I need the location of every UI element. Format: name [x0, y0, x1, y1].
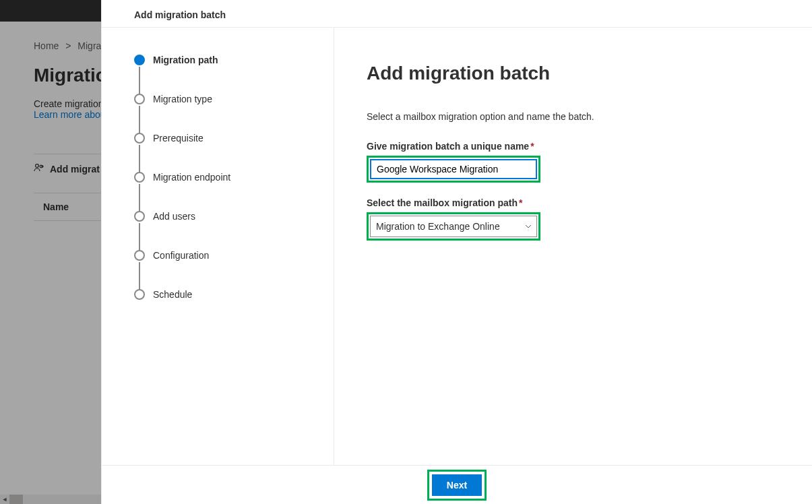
batch-name-label: Give migration batch a unique name*: [367, 141, 752, 152]
panel-subtitle: Select a mailbox migration option and na…: [367, 111, 752, 122]
batch-name-highlight: [367, 156, 540, 183]
next-button-highlight: Next: [427, 470, 487, 501]
migration-path-select[interactable]: Migration to Exchange Online: [370, 216, 537, 237]
step-schedule[interactable]: Schedule: [134, 289, 334, 300]
add-people-icon: [34, 162, 44, 175]
step-migration-endpoint[interactable]: Migration endpoint: [134, 172, 334, 211]
step-marker-icon: [134, 55, 145, 65]
step-marker-icon: [134, 172, 145, 183]
step-migration-type[interactable]: Migration type: [134, 94, 334, 133]
batch-name-input[interactable]: [370, 159, 537, 179]
wizard-stepper: Migration path Migration type Prerequisi…: [102, 28, 334, 465]
step-marker-icon: [134, 94, 145, 104]
breadcrumb-sep: >: [65, 40, 71, 51]
panel-header: Add migration batch: [102, 0, 812, 28]
step-add-users[interactable]: Add users: [134, 211, 334, 250]
add-migration-batch-label: Add migrat: [50, 164, 100, 175]
step-marker-icon: [134, 250, 145, 261]
learn-more-link[interactable]: Learn more abou: [34, 109, 106, 120]
step-migration-path[interactable]: Migration path: [134, 55, 334, 94]
scroll-thumb[interactable]: [9, 495, 23, 504]
step-label: Migration endpoint: [153, 172, 230, 183]
svg-point-0: [36, 164, 39, 168]
required-icon: *: [530, 141, 534, 152]
step-label: Migration type: [153, 94, 212, 104]
step-marker-icon: [134, 211, 145, 222]
step-label: Schedule: [153, 289, 192, 300]
required-icon: *: [519, 197, 522, 208]
breadcrumb-home[interactable]: Home: [34, 40, 59, 51]
step-prerequisite[interactable]: Prerequisite: [134, 133, 334, 172]
panel-title: Add migration batch: [367, 63, 752, 84]
step-label: Migration path: [153, 55, 218, 65]
step-label: Configuration: [153, 250, 209, 261]
migration-path-value: Migration to Exchange Online: [376, 221, 500, 232]
scroll-left-icon[interactable]: ◄: [0, 495, 9, 504]
panel-footer: Next: [102, 465, 812, 504]
add-migration-batch-panel: Add migration batch Migration path Migra…: [101, 0, 812, 504]
migration-path-highlight: Migration to Exchange Online: [367, 212, 540, 241]
chevron-down-icon: [524, 222, 532, 230]
next-button[interactable]: Next: [432, 474, 482, 496]
step-marker-icon: [134, 289, 145, 300]
step-label: Add users: [153, 211, 195, 222]
panel-main: Add migration batch Select a mailbox mig…: [334, 28, 752, 465]
step-label: Prerequisite: [153, 133, 204, 144]
step-configuration[interactable]: Configuration: [134, 250, 334, 289]
table-col-name[interactable]: Name: [43, 201, 69, 212]
breadcrumb-current: Migra: [77, 40, 101, 51]
migration-path-label: Select the mailbox migration path*: [367, 197, 752, 208]
step-marker-icon: [134, 133, 145, 144]
